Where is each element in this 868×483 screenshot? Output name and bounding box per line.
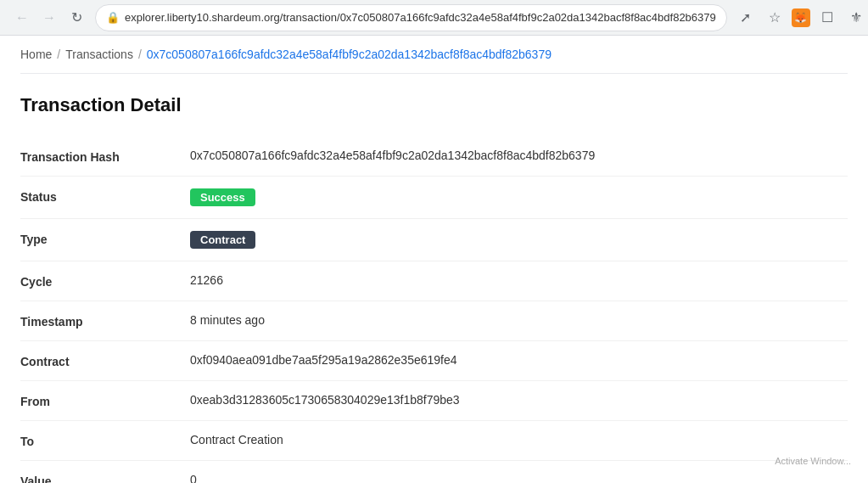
row-to: To Contract Creation bbox=[20, 421, 848, 461]
value-contract: 0xf0940aea091dbe7aa5f295a19a2862e35e619f… bbox=[190, 353, 848, 367]
value-transaction-hash: 0x7c050807a166fc9afdc32a4e58af4fbf9c2a02… bbox=[190, 149, 848, 162]
address-bar[interactable]: 🔒 explorer.liberty10.shardeum.org/transa… bbox=[95, 4, 727, 31]
metamask-icon[interactable]: 🦊 bbox=[792, 8, 810, 27]
value-status: Success bbox=[190, 188, 848, 206]
window-button[interactable]: ☐ bbox=[815, 6, 839, 30]
row-cycle: Cycle 21266 bbox=[20, 261, 848, 301]
type-badge: Contract bbox=[190, 231, 255, 249]
breadcrumb-hash[interactable]: 0x7c050807a166fc9afdc32a4e58af4fbf9c2a02… bbox=[147, 48, 552, 61]
breadcrumb-sep1: / bbox=[57, 48, 60, 61]
url-text: explorer.liberty10.shardeum.org/transact… bbox=[125, 11, 716, 24]
forward-button[interactable]: → bbox=[37, 6, 61, 30]
label-to: To bbox=[20, 433, 190, 448]
row-type: Type Contract bbox=[20, 219, 848, 261]
row-transaction-hash: Transaction Hash 0x7c050807a166fc9afdc32… bbox=[20, 137, 848, 177]
share-button[interactable]: ➚ bbox=[734, 6, 758, 30]
reload-button[interactable]: ↻ bbox=[64, 6, 88, 30]
label-from: From bbox=[20, 393, 190, 408]
value-type: Contract bbox=[190, 231, 848, 249]
nav-buttons: ← → ↻ bbox=[10, 6, 88, 30]
breadcrumb-home[interactable]: Home bbox=[20, 48, 52, 61]
value-timestamp: 8 minutes ago bbox=[190, 313, 848, 327]
breadcrumb-transactions[interactable]: Transactions bbox=[65, 48, 133, 61]
status-badge: Success bbox=[190, 188, 255, 206]
value-from: 0xeab3d31283605c1730658304029e13f1b8f79b… bbox=[190, 393, 848, 407]
label-type: Type bbox=[20, 231, 190, 246]
browser-chrome: ← → ↻ 🔒 explorer.liberty10.shardeum.org/… bbox=[0, 0, 868, 36]
label-value: Value bbox=[20, 473, 190, 483]
row-status: Status Success bbox=[20, 177, 848, 219]
value-value: 0 bbox=[190, 473, 848, 483]
row-timestamp: Timestamp 8 minutes ago bbox=[20, 301, 848, 341]
label-status: Status bbox=[20, 188, 190, 204]
label-transaction-hash: Transaction Hash bbox=[20, 149, 190, 164]
label-contract: Contract bbox=[20, 353, 190, 368]
value-cycle: 21266 bbox=[190, 273, 848, 287]
breadcrumb: Home / Transactions / 0x7c050807a166fc9a… bbox=[20, 36, 848, 74]
label-timestamp: Timestamp bbox=[20, 313, 190, 329]
label-cycle: Cycle bbox=[20, 273, 190, 289]
breadcrumb-sep2: / bbox=[138, 48, 142, 61]
extensions-button[interactable]: ⚜ bbox=[844, 6, 868, 30]
page-content: Home / Transactions / 0x7c050807a166fc9a… bbox=[0, 36, 868, 483]
back-button[interactable]: ← bbox=[10, 6, 34, 30]
row-contract: Contract 0xf0940aea091dbe7aa5f295a19a286… bbox=[20, 341, 848, 381]
page-title: Transaction Detail bbox=[20, 94, 848, 116]
row-from: From 0xeab3d31283605c1730658304029e13f1b… bbox=[20, 381, 848, 421]
detail-table: Transaction Hash 0x7c050807a166fc9afdc32… bbox=[20, 137, 848, 483]
browser-actions: ➚ ☆ 🦊 ☐ ⚜ bbox=[734, 6, 868, 30]
value-to: Contract Creation bbox=[190, 433, 848, 446]
row-value: Value 0 bbox=[20, 461, 848, 483]
lock-icon: 🔒 bbox=[106, 11, 120, 24]
activate-windows-watermark: Activate Window... bbox=[775, 456, 851, 466]
bookmark-button[interactable]: ☆ bbox=[763, 6, 787, 30]
